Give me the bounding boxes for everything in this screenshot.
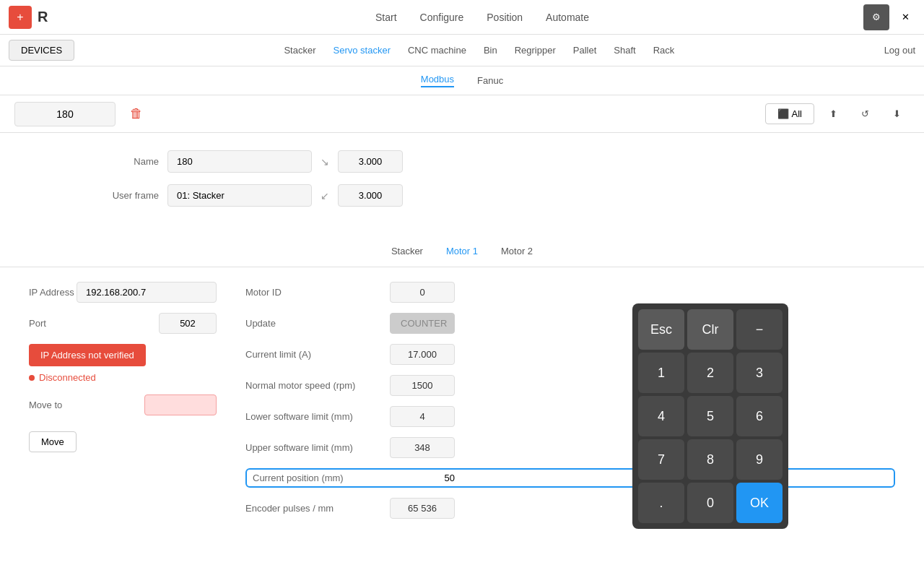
normal-speed-label: Normal motor speed (rpm) [245,380,390,391]
user-frame-field[interactable] [167,184,312,207]
tab-motor-2[interactable]: Motor 2 [501,246,533,256]
nav-configure[interactable]: Configure [420,12,464,23]
tab-cnc-machine[interactable]: CNC machine [408,42,466,59]
form-area: Name ↘ User frame ↙ [0,133,924,236]
tab-stacker-motor[interactable]: Stacker [391,246,423,256]
upper-limit-label: Upper software limit (mm) [245,442,390,453]
port-label: Port [29,318,159,329]
numpad-minus[interactable]: − [736,309,783,350]
r-logo: R [38,9,48,25]
user-frame-extra-value[interactable] [338,184,403,207]
device-tabs: Stacker Servo stacker CNC machine Bin Re… [74,42,884,59]
right-panel: Motor ID 0 Update COUNTER Current limit … [245,282,895,529]
reset-icon-btn[interactable]: ↺ [852,101,878,127]
numpad-7[interactable]: 7 [638,439,684,480]
left-panel: IP Address Port IP Address not verified … [29,282,217,529]
update-row: Update COUNTER [245,313,895,334]
settings-icon-btn[interactable]: ⚙ [863,4,889,30]
import-icon-btn[interactable]: ⬆ [820,101,846,127]
current-limit-label: Current limit (A) [245,349,390,360]
motor-id-row: Motor ID 0 [245,282,895,303]
tab-stacker[interactable]: Stacker [284,42,315,59]
verify-button[interactable]: IP Address not verified [29,344,146,366]
numpad-1[interactable]: 1 [638,353,684,393]
devices-button[interactable]: DEVICES [9,40,74,61]
status-dot [29,375,35,381]
sub-tab-fanuc[interactable]: Fanuc [477,75,503,86]
download-icon-btn[interactable]: ⬇ [884,101,910,127]
numpad-dot[interactable]: . [638,483,684,523]
tab-rack[interactable]: Rack [653,42,675,59]
current-pos-label: Current position (mm) [253,473,397,483]
port-input[interactable] [159,313,217,334]
current-limit-row: Current limit (A) 17.000 [245,344,895,365]
numpad-9[interactable]: 9 [736,439,783,480]
current-pos-input[interactable] [397,473,455,483]
encoder-label: Encoder pulses / mm [245,503,390,514]
lower-limit-value: 4 [390,406,455,427]
upper-limit-row: Upper software limit (mm) 348 [245,437,895,458]
device-navigation: DEVICES Stacker Servo stacker CNC machin… [0,35,924,66]
user-frame-label: User frame [87,190,159,201]
tab-motor-1[interactable]: Motor 1 [446,246,478,256]
name-label: Name [87,156,159,167]
tab-regripper[interactable]: Regripper [515,42,556,59]
sub-navigation: Modbus Fanuc [0,66,924,95]
numpad-5[interactable]: 5 [687,396,733,436]
counter-button[interactable]: COUNTER [390,313,455,334]
numpad-overlay: Esc Clr − 1 2 3 4 5 6 7 8 9 . 0 OK [632,303,788,529]
motor-tabs: Stacker Motor 1 Motor 2 [0,236,924,267]
nav-start[interactable]: Start [375,12,397,23]
top-navigation: + R Start Configure Position Automate ⚙ … [0,0,924,35]
name-field[interactable] [167,150,312,173]
numpad-8[interactable]: 8 [687,439,733,480]
name-extra-value[interactable] [338,150,403,173]
tab-servo-stacker[interactable]: Servo stacker [333,42,390,59]
numpad-6[interactable]: 6 [736,396,783,436]
user-frame-row: User frame ↙ [87,184,837,207]
logo-area: + R [0,6,101,29]
pulse-icon: + [9,6,32,29]
numpad-2[interactable]: 2 [687,353,733,393]
resize-icon: ↘ [321,156,329,168]
sub-tab-modbus[interactable]: Modbus [421,74,454,87]
name-row: Name ↘ [87,150,837,173]
numpad-esc[interactable]: Esc [638,309,684,350]
name-input-toolbar[interactable] [14,102,116,126]
update-label: Update [245,318,390,329]
copy-icon: ⬛ [777,108,789,119]
toolbar-right: ⬛ All ⬆ ↺ ⬇ [765,101,910,127]
numpad-0[interactable]: 0 [687,483,733,523]
resize-icon-2: ↙ [321,190,329,202]
nav-position[interactable]: Position [487,12,523,23]
move-to-label: Move to [29,400,144,410]
numpad-ok[interactable]: OK [736,483,783,523]
close-icon-btn[interactable]: ✕ [892,4,918,30]
tab-bin[interactable]: Bin [484,42,497,59]
logout-button[interactable]: Log out [884,45,915,56]
lower-limit-row: Lower software limit (mm) 4 [245,406,895,427]
normal-speed-value: 1500 [390,375,455,396]
move-to-input[interactable] [144,394,217,415]
move-to-row: Move to [29,394,217,415]
tab-shaft[interactable]: Shaft [614,42,635,59]
all-button[interactable]: ⬛ All [765,103,814,124]
delete-button[interactable]: 🗑 [124,103,149,124]
move-button[interactable]: Move [29,431,77,452]
tab-pallet[interactable]: Pallet [573,42,597,59]
port-row: Port [29,313,217,334]
top-nav-actions: ⚙ ✕ [863,4,924,30]
ip-address-row: IP Address [29,282,217,303]
ip-address-input[interactable] [77,282,217,303]
upper-limit-value: 348 [390,437,455,458]
lower-limit-label: Lower software limit (mm) [245,411,390,422]
nav-automate[interactable]: Automate [546,12,589,23]
numpad-4[interactable]: 4 [638,396,684,436]
current-limit-value: 17.000 [390,344,455,365]
normal-speed-row: Normal motor speed (rpm) 1500 [245,375,895,396]
numpad-clr[interactable]: Clr [687,309,733,350]
top-nav-links: Start Configure Position Automate [101,12,863,23]
motor-id-label: Motor ID [245,287,390,298]
toolbar: 🗑 ⬛ All ⬆ ↺ ⬇ [0,95,924,133]
numpad-3[interactable]: 3 [736,353,783,393]
